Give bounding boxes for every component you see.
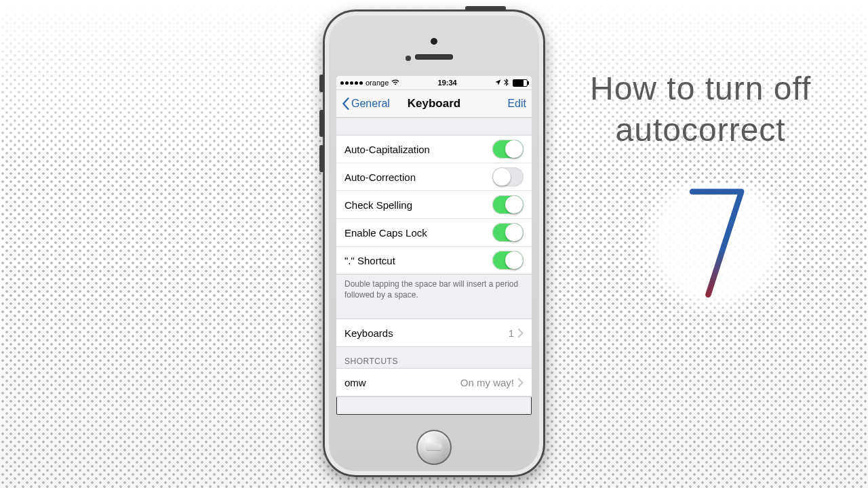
- signal-strength-icon: [340, 81, 363, 85]
- toggle-switch[interactable]: [492, 223, 524, 242]
- shortcut-key: omw: [344, 377, 460, 388]
- toggle-switch[interactable]: [492, 251, 524, 270]
- front-camera: [431, 38, 437, 45]
- toggle-switch[interactable]: [492, 167, 524, 186]
- toggle-label: Auto-Capitalization: [344, 144, 492, 155]
- earpiece: [415, 54, 453, 60]
- screen: orange 19:34 General Keyboard Edit: [336, 76, 532, 415]
- status-bar: orange 19:34: [336, 76, 532, 90]
- chevron-right-icon: [518, 329, 524, 338]
- toggle-label: "." Shortcut: [344, 255, 492, 266]
- proximity-sensor: [406, 56, 411, 61]
- shortcut-footer-note: Double tapping the space bar will insert…: [336, 274, 532, 307]
- nav-bar: General Keyboard Edit: [336, 90, 532, 118]
- tutorial-caption: How to turn off autocorrect: [590, 71, 811, 152]
- toggle-label: Auto-Correction: [344, 171, 492, 183]
- keyboards-label: Keyboards: [344, 327, 509, 339]
- toggle-row: Auto-Capitalization: [336, 135, 532, 163]
- toggle-switch[interactable]: [492, 195, 524, 214]
- toggle-row: Enable Caps Lock: [336, 218, 532, 247]
- seven-icon: [678, 183, 753, 298]
- iphone-frame: orange 19:34 General Keyboard Edit: [323, 9, 545, 477]
- toggle-row: "." Shortcut: [336, 246, 532, 274]
- shortcut-row[interactable]: omw On my way!: [336, 368, 532, 396]
- shortcuts-header: SHORTCUTS: [336, 347, 532, 369]
- ios7-badge: [644, 183, 787, 312]
- mute-switch: [319, 75, 324, 92]
- chevron-right-icon: [518, 378, 524, 387]
- chevron-left-icon: [342, 98, 350, 110]
- toggle-label: Check Spelling: [344, 199, 492, 211]
- carrier-label: orange: [366, 79, 389, 87]
- wifi-icon: [391, 79, 399, 87]
- toggle-row: Auto-Correction: [336, 163, 532, 191]
- volume-down-button: [319, 145, 324, 172]
- shortcut-value: On my way!: [460, 377, 514, 388]
- toggle-label: Enable Caps Lock: [344, 227, 492, 239]
- toggle-group: Auto-CapitalizationAuto-CorrectionCheck …: [336, 135, 532, 274]
- settings-content: Auto-CapitalizationAuto-CorrectionCheck …: [336, 118, 532, 397]
- volume-up-button: [319, 110, 324, 137]
- keyboards-count: 1: [509, 327, 514, 339]
- battery-icon: [513, 79, 528, 87]
- keyboards-row[interactable]: Keyboards 1: [336, 319, 532, 347]
- back-label: General: [351, 98, 390, 110]
- edit-button[interactable]: Edit: [507, 98, 526, 110]
- bluetooth-icon: [504, 79, 509, 87]
- caption-line-1: How to turn off: [590, 71, 811, 107]
- caption-line-2: autocorrect: [590, 107, 811, 152]
- clock: 19:34: [438, 79, 457, 87]
- toggle-switch[interactable]: [492, 140, 524, 159]
- home-button[interactable]: [416, 430, 452, 465]
- location-icon: [495, 79, 501, 87]
- power-button: [465, 6, 506, 11]
- toggle-row: Check Spelling: [336, 190, 532, 219]
- back-button[interactable]: General: [342, 98, 390, 110]
